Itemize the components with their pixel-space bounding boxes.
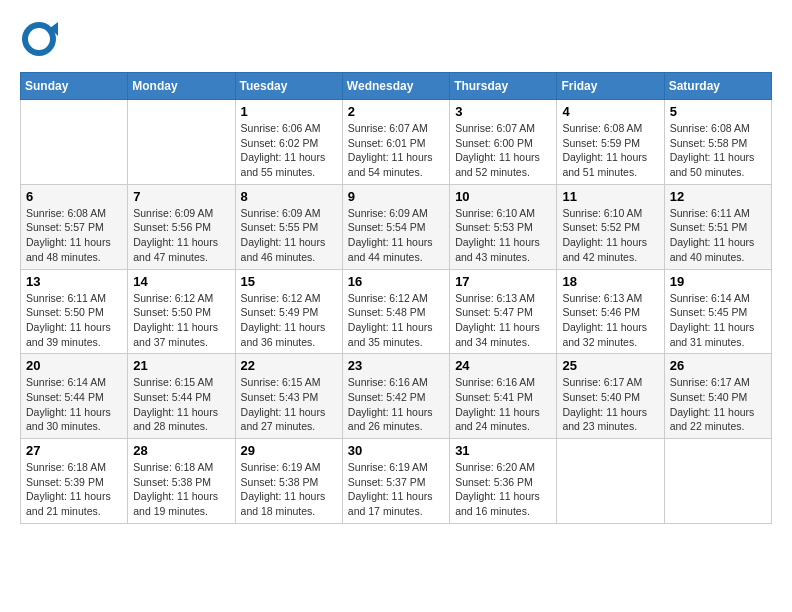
calendar-cell: 23Sunrise: 6:16 AM Sunset: 5:42 PM Dayli… bbox=[342, 354, 449, 439]
day-info: Sunrise: 6:15 AM Sunset: 5:44 PM Dayligh… bbox=[133, 375, 229, 434]
day-number: 29 bbox=[241, 443, 337, 458]
calendar-cell: 18Sunrise: 6:13 AM Sunset: 5:46 PM Dayli… bbox=[557, 269, 664, 354]
day-info: Sunrise: 6:09 AM Sunset: 5:54 PM Dayligh… bbox=[348, 206, 444, 265]
calendar-header-row: SundayMondayTuesdayWednesdayThursdayFrid… bbox=[21, 73, 772, 100]
weekday-header-thursday: Thursday bbox=[450, 73, 557, 100]
day-info: Sunrise: 6:08 AM Sunset: 5:57 PM Dayligh… bbox=[26, 206, 122, 265]
calendar-cell bbox=[664, 439, 771, 524]
day-info: Sunrise: 6:15 AM Sunset: 5:43 PM Dayligh… bbox=[241, 375, 337, 434]
day-number: 11 bbox=[562, 189, 658, 204]
weekday-header-tuesday: Tuesday bbox=[235, 73, 342, 100]
day-info: Sunrise: 6:20 AM Sunset: 5:36 PM Dayligh… bbox=[455, 460, 551, 519]
calendar-week-row: 20Sunrise: 6:14 AM Sunset: 5:44 PM Dayli… bbox=[21, 354, 772, 439]
day-info: Sunrise: 6:08 AM Sunset: 5:59 PM Dayligh… bbox=[562, 121, 658, 180]
day-info: Sunrise: 6:12 AM Sunset: 5:50 PM Dayligh… bbox=[133, 291, 229, 350]
calendar-cell: 5Sunrise: 6:08 AM Sunset: 5:58 PM Daylig… bbox=[664, 100, 771, 185]
day-number: 16 bbox=[348, 274, 444, 289]
calendar-cell: 20Sunrise: 6:14 AM Sunset: 5:44 PM Dayli… bbox=[21, 354, 128, 439]
day-info: Sunrise: 6:16 AM Sunset: 5:41 PM Dayligh… bbox=[455, 375, 551, 434]
calendar-cell: 25Sunrise: 6:17 AM Sunset: 5:40 PM Dayli… bbox=[557, 354, 664, 439]
calendar-cell: 21Sunrise: 6:15 AM Sunset: 5:44 PM Dayli… bbox=[128, 354, 235, 439]
page-header bbox=[20, 20, 772, 62]
calendar-cell: 22Sunrise: 6:15 AM Sunset: 5:43 PM Dayli… bbox=[235, 354, 342, 439]
calendar-cell: 7Sunrise: 6:09 AM Sunset: 5:56 PM Daylig… bbox=[128, 184, 235, 269]
calendar-cell: 11Sunrise: 6:10 AM Sunset: 5:52 PM Dayli… bbox=[557, 184, 664, 269]
day-number: 27 bbox=[26, 443, 122, 458]
day-info: Sunrise: 6:18 AM Sunset: 5:38 PM Dayligh… bbox=[133, 460, 229, 519]
calendar-cell: 2Sunrise: 6:07 AM Sunset: 6:01 PM Daylig… bbox=[342, 100, 449, 185]
weekday-header-monday: Monday bbox=[128, 73, 235, 100]
day-info: Sunrise: 6:14 AM Sunset: 5:44 PM Dayligh… bbox=[26, 375, 122, 434]
day-number: 31 bbox=[455, 443, 551, 458]
calendar-cell: 30Sunrise: 6:19 AM Sunset: 5:37 PM Dayli… bbox=[342, 439, 449, 524]
calendar-cell: 26Sunrise: 6:17 AM Sunset: 5:40 PM Dayli… bbox=[664, 354, 771, 439]
day-info: Sunrise: 6:07 AM Sunset: 6:00 PM Dayligh… bbox=[455, 121, 551, 180]
calendar-cell: 13Sunrise: 6:11 AM Sunset: 5:50 PM Dayli… bbox=[21, 269, 128, 354]
day-info: Sunrise: 6:08 AM Sunset: 5:58 PM Dayligh… bbox=[670, 121, 766, 180]
day-number: 19 bbox=[670, 274, 766, 289]
day-info: Sunrise: 6:17 AM Sunset: 5:40 PM Dayligh… bbox=[670, 375, 766, 434]
weekday-header-friday: Friday bbox=[557, 73, 664, 100]
weekday-header-sunday: Sunday bbox=[21, 73, 128, 100]
calendar-week-row: 13Sunrise: 6:11 AM Sunset: 5:50 PM Dayli… bbox=[21, 269, 772, 354]
day-number: 5 bbox=[670, 104, 766, 119]
calendar-week-row: 6Sunrise: 6:08 AM Sunset: 5:57 PM Daylig… bbox=[21, 184, 772, 269]
day-number: 30 bbox=[348, 443, 444, 458]
calendar-cell: 28Sunrise: 6:18 AM Sunset: 5:38 PM Dayli… bbox=[128, 439, 235, 524]
day-number: 13 bbox=[26, 274, 122, 289]
day-number: 21 bbox=[133, 358, 229, 373]
day-info: Sunrise: 6:18 AM Sunset: 5:39 PM Dayligh… bbox=[26, 460, 122, 519]
day-number: 9 bbox=[348, 189, 444, 204]
day-number: 20 bbox=[26, 358, 122, 373]
day-info: Sunrise: 6:12 AM Sunset: 5:49 PM Dayligh… bbox=[241, 291, 337, 350]
calendar-cell: 24Sunrise: 6:16 AM Sunset: 5:41 PM Dayli… bbox=[450, 354, 557, 439]
day-number: 12 bbox=[670, 189, 766, 204]
day-info: Sunrise: 6:07 AM Sunset: 6:01 PM Dayligh… bbox=[348, 121, 444, 180]
day-info: Sunrise: 6:10 AM Sunset: 5:53 PM Dayligh… bbox=[455, 206, 551, 265]
day-info: Sunrise: 6:13 AM Sunset: 5:47 PM Dayligh… bbox=[455, 291, 551, 350]
calendar-cell: 15Sunrise: 6:12 AM Sunset: 5:49 PM Dayli… bbox=[235, 269, 342, 354]
day-info: Sunrise: 6:11 AM Sunset: 5:51 PM Dayligh… bbox=[670, 206, 766, 265]
calendar-cell: 19Sunrise: 6:14 AM Sunset: 5:45 PM Dayli… bbox=[664, 269, 771, 354]
day-number: 15 bbox=[241, 274, 337, 289]
svg-point-1 bbox=[28, 28, 50, 50]
day-number: 26 bbox=[670, 358, 766, 373]
calendar-cell bbox=[21, 100, 128, 185]
calendar-cell: 31Sunrise: 6:20 AM Sunset: 5:36 PM Dayli… bbox=[450, 439, 557, 524]
day-number: 4 bbox=[562, 104, 658, 119]
day-number: 18 bbox=[562, 274, 658, 289]
calendar-cell: 6Sunrise: 6:08 AM Sunset: 5:57 PM Daylig… bbox=[21, 184, 128, 269]
calendar-cell: 1Sunrise: 6:06 AM Sunset: 6:02 PM Daylig… bbox=[235, 100, 342, 185]
day-number: 6 bbox=[26, 189, 122, 204]
calendar-cell: 8Sunrise: 6:09 AM Sunset: 5:55 PM Daylig… bbox=[235, 184, 342, 269]
day-number: 17 bbox=[455, 274, 551, 289]
day-number: 23 bbox=[348, 358, 444, 373]
day-number: 7 bbox=[133, 189, 229, 204]
day-number: 22 bbox=[241, 358, 337, 373]
day-number: 24 bbox=[455, 358, 551, 373]
calendar-cell: 29Sunrise: 6:19 AM Sunset: 5:38 PM Dayli… bbox=[235, 439, 342, 524]
logo-icon bbox=[20, 20, 58, 58]
day-number: 28 bbox=[133, 443, 229, 458]
day-number: 2 bbox=[348, 104, 444, 119]
day-info: Sunrise: 6:11 AM Sunset: 5:50 PM Dayligh… bbox=[26, 291, 122, 350]
day-info: Sunrise: 6:13 AM Sunset: 5:46 PM Dayligh… bbox=[562, 291, 658, 350]
day-info: Sunrise: 6:12 AM Sunset: 5:48 PM Dayligh… bbox=[348, 291, 444, 350]
day-info: Sunrise: 6:17 AM Sunset: 5:40 PM Dayligh… bbox=[562, 375, 658, 434]
calendar-cell: 4Sunrise: 6:08 AM Sunset: 5:59 PM Daylig… bbox=[557, 100, 664, 185]
calendar-cell: 12Sunrise: 6:11 AM Sunset: 5:51 PM Dayli… bbox=[664, 184, 771, 269]
calendar-cell: 14Sunrise: 6:12 AM Sunset: 5:50 PM Dayli… bbox=[128, 269, 235, 354]
logo bbox=[20, 20, 60, 62]
calendar-cell: 10Sunrise: 6:10 AM Sunset: 5:53 PM Dayli… bbox=[450, 184, 557, 269]
weekday-header-wednesday: Wednesday bbox=[342, 73, 449, 100]
day-number: 3 bbox=[455, 104, 551, 119]
calendar-week-row: 27Sunrise: 6:18 AM Sunset: 5:39 PM Dayli… bbox=[21, 439, 772, 524]
day-number: 14 bbox=[133, 274, 229, 289]
calendar-week-row: 1Sunrise: 6:06 AM Sunset: 6:02 PM Daylig… bbox=[21, 100, 772, 185]
day-info: Sunrise: 6:09 AM Sunset: 5:56 PM Dayligh… bbox=[133, 206, 229, 265]
day-number: 8 bbox=[241, 189, 337, 204]
calendar-cell: 17Sunrise: 6:13 AM Sunset: 5:47 PM Dayli… bbox=[450, 269, 557, 354]
calendar-cell: 16Sunrise: 6:12 AM Sunset: 5:48 PM Dayli… bbox=[342, 269, 449, 354]
calendar-cell bbox=[128, 100, 235, 185]
calendar-cell: 9Sunrise: 6:09 AM Sunset: 5:54 PM Daylig… bbox=[342, 184, 449, 269]
